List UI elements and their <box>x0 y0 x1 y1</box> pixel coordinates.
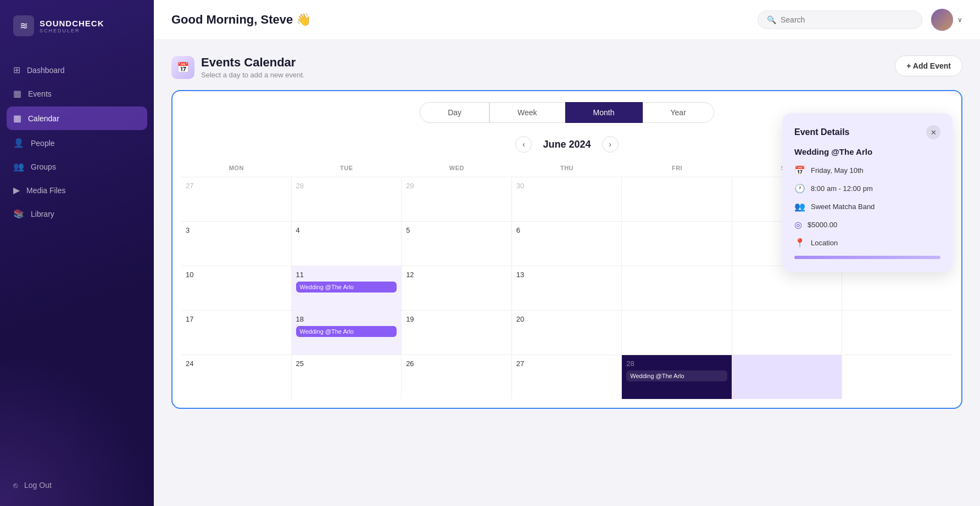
chevron-down-icon: ∨ <box>957 16 962 24</box>
avatar <box>931 9 953 31</box>
day-header-tue: TUE <box>292 161 402 175</box>
calendar-day[interactable]: 18 Wedding @The Arlo <box>292 311 402 355</box>
event-pill[interactable]: Wedding @The Arlo <box>296 282 397 293</box>
calendar-day[interactable]: 25 <box>292 355 402 399</box>
calendar-day[interactable] <box>622 222 732 266</box>
calendar-day[interactable]: 19 <box>402 311 512 355</box>
view-year-button[interactable]: Year <box>643 102 714 123</box>
calendar-day[interactable] <box>842 355 953 399</box>
calendar-day[interactable]: 27 <box>181 177 292 221</box>
calendar-day[interactable] <box>622 266 732 310</box>
sidebar-item-people[interactable]: 👤 People <box>0 131 154 155</box>
sidebar-item-library[interactable]: 📚 Library <box>0 202 154 226</box>
calendar-day[interactable] <box>732 266 843 310</box>
add-event-button[interactable]: + Add Event <box>895 55 962 76</box>
calendar-day[interactable]: 12 <box>402 266 512 310</box>
calendar-day[interactable] <box>622 311 732 355</box>
calendar-day[interactable]: 13 <box>512 266 622 310</box>
sidebar-item-dashboard[interactable]: ⊞ Dashboard <box>0 58 154 82</box>
panel-header: Event Details ✕ <box>794 125 940 139</box>
logo-waveform-icon: ≋ <box>20 20 28 32</box>
dashboard-icon: ⊞ <box>13 65 20 75</box>
event-price: $5000.00 <box>808 221 837 229</box>
events-calendar-icon: 📅 <box>171 56 194 79</box>
media-icon: ▶ <box>13 185 20 195</box>
library-icon: 📚 <box>13 209 24 219</box>
logo-text: soundcheck scheduler <box>40 19 104 33</box>
sidebar-item-media-files[interactable]: ▶ Media Files <box>0 178 154 202</box>
section-header: 📅 Events Calendar Select a day to add a … <box>171 55 962 79</box>
events-icon: ▦ <box>13 88 21 99</box>
event-pill[interactable]: Wedding @The Arlo <box>626 370 727 381</box>
event-time: 8:00 am - 12:00 pm <box>811 184 873 193</box>
sidebar-logo: ≋ soundcheck scheduler <box>0 0 154 47</box>
panel-footer-bar <box>794 256 940 259</box>
page-content: 📅 Events Calendar Select a day to add a … <box>154 40 980 506</box>
search-bar[interactable]: 🔍 <box>758 10 922 29</box>
section-title-area: 📅 Events Calendar Select a day to add a … <box>171 55 305 79</box>
calendar-day[interactable]: 28 Wedding @The Arlo <box>622 355 732 399</box>
sidebar-item-label: Events <box>28 89 52 98</box>
day-number: 18 <box>296 315 304 323</box>
calendar-day[interactable]: 24 <box>181 355 292 399</box>
price-icon: ◎ <box>794 220 802 230</box>
calendar-day[interactable]: 26 <box>402 355 512 399</box>
calendar-day[interactable] <box>842 311 953 355</box>
calendar-day[interactable]: 17 <box>181 311 292 355</box>
calendar-week: 10 11 Wedding @The Arlo 12 13 <box>181 266 953 310</box>
sidebar: ≋ soundcheck scheduler ⊞ Dashboard ▦ Eve… <box>0 0 154 506</box>
user-avatar-button[interactable]: ∨ <box>931 9 962 31</box>
day-number: 26 <box>406 359 414 368</box>
calendar-day[interactable] <box>732 355 843 399</box>
band-icon: 👥 <box>794 201 805 212</box>
month-title: June 2024 <box>543 139 591 150</box>
event-pill[interactable]: Wedding @The Arlo <box>296 326 397 337</box>
sidebar-item-groups[interactable]: 👥 Groups <box>0 155 154 178</box>
avatar-image <box>931 9 953 31</box>
day-number: 11 <box>296 271 304 279</box>
detail-row-time: 🕐 8:00 am - 12:00 pm <box>794 183 940 194</box>
day-number: 13 <box>516 271 524 279</box>
calendar-day[interactable]: 3 <box>181 222 292 266</box>
calendar-day[interactable]: 27 <box>512 355 622 399</box>
day-number: 6 <box>516 226 520 234</box>
view-day-button[interactable]: Day <box>420 102 489 123</box>
view-month-button[interactable]: Month <box>565 102 643 123</box>
next-month-button[interactable]: › <box>602 136 619 153</box>
calendar-day[interactable]: 5 <box>402 222 512 266</box>
search-input[interactable] <box>781 15 913 24</box>
calendar-day[interactable]: 20 <box>512 311 622 355</box>
day-number: 27 <box>186 182 193 190</box>
logo-icon: ≋ <box>13 15 34 36</box>
calendar-day[interactable]: 10 <box>181 266 292 310</box>
event-name: Wedding @The Arlo <box>794 147 940 156</box>
calendar-day[interactable]: 4 <box>292 222 402 266</box>
sidebar-item-label: People <box>31 139 55 148</box>
prev-month-button[interactable]: ‹ <box>515 136 532 153</box>
calendar-day[interactable]: 29 <box>402 177 512 221</box>
day-number: 17 <box>186 315 193 323</box>
calendar-day[interactable]: 6 <box>512 222 622 266</box>
calendar-day[interactable]: 30 <box>512 177 622 221</box>
sidebar-item-calendar[interactable]: ▦ Calendar <box>7 106 147 130</box>
sidebar-item-label: Library <box>31 210 54 218</box>
calendar-day[interactable]: 28 <box>292 177 402 221</box>
detail-row-location: 📍 Location <box>794 238 940 248</box>
logout-button[interactable]: ⎋ Log Out <box>13 481 141 490</box>
calendar-day[interactable] <box>732 311 843 355</box>
sidebar-bottom: ⎋ Log Out <box>0 470 154 506</box>
section-subtitle: Select a day to add a new event. <box>201 71 305 79</box>
day-number: 20 <box>516 315 524 323</box>
calendar-day[interactable] <box>622 177 732 221</box>
day-number: 29 <box>406 182 414 190</box>
sidebar-item-events[interactable]: ▦ Events <box>0 82 154 105</box>
view-week-button[interactable]: Week <box>489 102 565 123</box>
calendar-week: 17 18 Wedding @The Arlo 19 20 <box>181 310 953 355</box>
day-header-thu: THU <box>512 161 622 175</box>
sidebar-nav: ⊞ Dashboard ▦ Events ▦ Calendar 👤 People… <box>0 47 154 470</box>
calendar-day[interactable] <box>842 266 953 310</box>
day-number: 10 <box>186 271 193 279</box>
sidebar-item-label: Dashboard <box>27 66 65 75</box>
calendar-day[interactable]: 11 Wedding @The Arlo <box>292 266 402 310</box>
close-panel-button[interactable]: ✕ <box>926 125 940 139</box>
